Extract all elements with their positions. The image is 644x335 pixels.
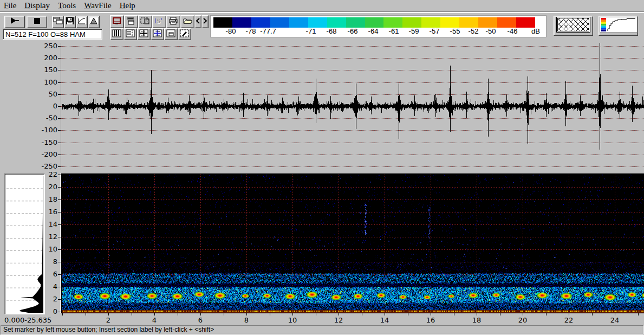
play-button[interactable] (4, 16, 25, 28)
printer-icon (168, 17, 178, 27)
menu-underline: H (120, 1, 126, 10)
print-button[interactable] (166, 15, 180, 28)
color-scale-tick-label: -78 (246, 27, 256, 35)
menu-item-file[interactable]: File (2, 0, 21, 11)
status-bar: Set marker by left mouse button; Insert … (0, 325, 644, 335)
file-toolbar (52, 16, 100, 28)
scale-curve-button[interactable] (76, 16, 88, 28)
spectrogram-xtick (638, 313, 639, 315)
play-icon (10, 17, 19, 27)
right-toolbar (554, 16, 638, 36)
section-label-button[interactable]: SS (152, 15, 166, 28)
edit-labels-button[interactable] (178, 28, 191, 40)
color-scale-segment (251, 17, 270, 28)
inner-window-button[interactable] (164, 28, 178, 40)
color-scale-segment (402, 17, 421, 28)
waveform-ytick-label: -50 (35, 114, 57, 122)
copy-display-button[interactable] (52, 16, 64, 28)
menu-underline: W (84, 1, 91, 10)
stop-icon (32, 17, 42, 27)
waveform-ytick-label: 150 (35, 66, 57, 74)
spectrogram-ytick (58, 187, 61, 188)
hatch-pattern-button[interactable] (554, 16, 593, 36)
scroll-left-button[interactable] (194, 15, 201, 28)
folder-icon (183, 17, 192, 27)
spectrogram-xtick-label: 18 (470, 316, 484, 324)
spectrogram-ytick (58, 287, 61, 287)
stop-button[interactable] (27, 16, 47, 28)
menu-item-tools[interactable]: Tools (56, 0, 81, 11)
menu-bar: FileDisplayToolsWavFileHelp (0, 0, 644, 11)
color-scale-tick-label: -61 (389, 27, 399, 35)
open-file-button[interactable] (180, 15, 194, 28)
waveform-ytick (58, 118, 61, 119)
waveform-ytick-label: -100 (35, 126, 57, 134)
spectrogram-xtick (592, 313, 593, 315)
spectrogram-xtick (200, 313, 201, 315)
overview-spectrum-shape (6, 175, 43, 313)
spectrogram-ytick (58, 224, 61, 225)
tools-toolbar: SS (110, 15, 209, 28)
spectrogram-plot[interactable] (61, 173, 644, 313)
analysis-comb-button[interactable] (124, 15, 138, 28)
spectrogram-xtick (615, 313, 615, 315)
save-button[interactable] (64, 16, 76, 28)
display-window-button[interactable] (110, 15, 124, 28)
spectrogram-xtick (408, 313, 408, 315)
spectrogram-xtick (132, 313, 132, 315)
spectrogram-xtick (454, 313, 454, 315)
region-select-button[interactable] (138, 15, 152, 28)
overview-spectrum-panel[interactable] (4, 173, 45, 314)
spectrogram-xtick-label: 22 (562, 316, 576, 324)
color-scale-tick-label: -59 (409, 27, 419, 35)
color-scale-segment (497, 17, 516, 28)
menu-separator (0, 11, 644, 13)
spectrogram-xtick-label: 12 (331, 316, 346, 324)
spectrum-peak-button[interactable] (88, 16, 100, 28)
menu-item-display[interactable]: Display (23, 0, 55, 11)
color-scale-tick-label: -68 (327, 27, 337, 35)
spectrogram-xtick (246, 313, 247, 315)
color-scale-tick-label: -80 (226, 27, 236, 35)
color-scale-tick-label: -71 (306, 27, 316, 35)
menu-item-help[interactable]: Help (118, 0, 140, 11)
waveform-ytick (58, 58, 61, 59)
spectrogram-xtick (178, 313, 178, 315)
color-scale-segment (421, 17, 440, 28)
transport-toolbar (4, 16, 47, 28)
waveform-ytick (58, 82, 61, 83)
waveform-ytick (58, 46, 61, 47)
waveform-plot[interactable] (61, 43, 644, 170)
color-scale-tick-label: -50 (486, 27, 496, 35)
winred-icon (112, 17, 122, 27)
svg-text:S: S (157, 17, 160, 25)
palette-curve-button[interactable] (599, 16, 638, 36)
color-scale-tick-label: -46 (508, 27, 518, 35)
menu-underline: T (58, 1, 62, 10)
spectrogram-ytick (58, 212, 61, 212)
menu-item-wavfile[interactable]: WavFile (82, 0, 116, 11)
spectrogram-x-axis (61, 313, 644, 313)
scroll-right-button[interactable] (201, 15, 209, 28)
color-scale-bar (213, 17, 535, 28)
spectrogram-xtick-label: 16 (424, 316, 438, 324)
view-toolbar (110, 28, 191, 40)
spectrogram-ytick (58, 237, 61, 237)
spectrogram-xtick (339, 313, 339, 315)
waveform-ytick-label: 200 (35, 54, 57, 62)
grid-cross-blue-button[interactable] (151, 28, 164, 40)
waveform-ytick (58, 154, 61, 155)
crosshatch-icon (556, 17, 590, 35)
grid-vertical-button[interactable] (110, 28, 123, 40)
palette-icon (600, 17, 638, 35)
color-scale-segment (459, 17, 478, 28)
spectrogram-ytick (58, 274, 61, 275)
color-scale-tick-label: -52 (469, 27, 479, 35)
spectrogram-ytick (58, 175, 61, 175)
grid-horizontal-button[interactable] (123, 28, 137, 40)
grid-cross-button[interactable] (137, 28, 151, 40)
spectrogram-xtick (385, 313, 385, 315)
spectrogram-xtick (224, 313, 224, 315)
sletter-icon: SS (154, 17, 164, 27)
floppy-icon (65, 17, 75, 27)
